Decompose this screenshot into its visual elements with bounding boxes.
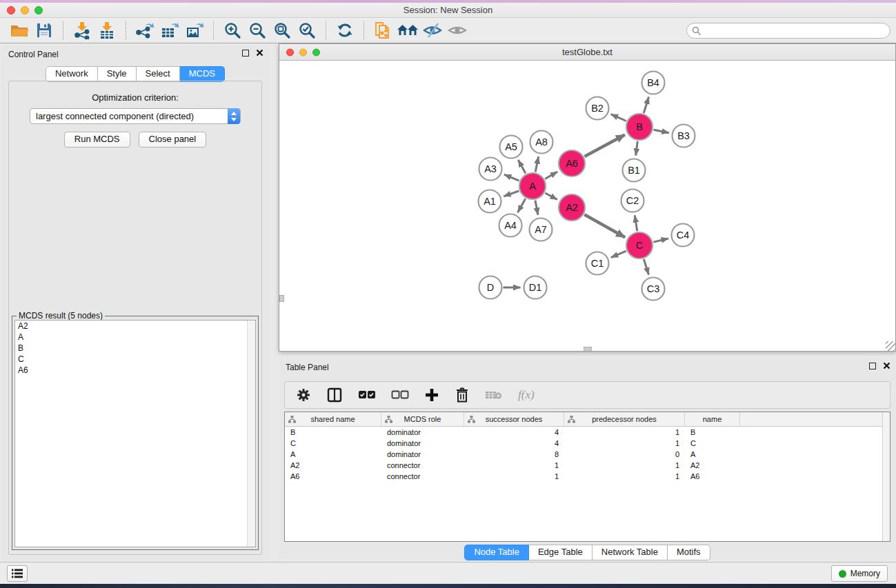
new-network-from-file-button[interactable] — [370, 19, 395, 41]
cell[interactable]: 1 — [464, 471, 564, 482]
cell[interactable]: A6 — [685, 471, 740, 482]
mcds-result-item-b[interactable]: B — [15, 343, 255, 354]
cell[interactable]: 1 — [564, 438, 685, 449]
node-A7[interactable]: A7 — [530, 219, 552, 241]
node-B4[interactable]: B4 — [642, 72, 665, 94]
cell[interactable]: A6 — [285, 471, 381, 482]
network-canvas[interactable]: B4B2BB3A8A5A6A3B1AC2A1A2A4A7C4CC1C3DD1 — [279, 61, 895, 351]
node-C3[interactable]: C3 — [642, 278, 665, 301]
edge-B-B1[interactable] — [636, 141, 638, 156]
node-C[interactable]: C — [626, 232, 653, 258]
criterion-dropdown[interactable]: largest connected component (directed) — [30, 108, 241, 124]
table-scrollbar[interactable] — [882, 412, 890, 541]
node-D1[interactable]: D1 — [524, 276, 547, 299]
cell[interactable]: A2 — [685, 460, 740, 471]
show-columns-button[interactable] — [326, 387, 343, 403]
select-all-button[interactable] — [358, 390, 376, 400]
node-A5[interactable]: A5 — [500, 136, 523, 159]
cell[interactable]: C — [685, 438, 740, 449]
cell[interactable]: 0 — [564, 449, 685, 460]
export-table-button[interactable] — [157, 19, 182, 41]
import-network-button[interactable] — [70, 19, 94, 41]
edge-A-A8[interactable] — [535, 156, 539, 172]
table-row-c[interactable]: Cdominator41C — [285, 438, 890, 449]
tab-motifs[interactable]: Motifs — [668, 545, 710, 560]
edge-B-B3[interactable] — [654, 130, 669, 133]
node-B[interactable]: B — [626, 114, 653, 140]
edge-A-A2[interactable] — [545, 193, 557, 200]
export-image-button[interactable] — [182, 19, 207, 41]
cell[interactable]: A — [285, 449, 381, 460]
column-header-successor-nodes[interactable]: successor nodes — [464, 412, 564, 426]
cell[interactable]: 8 — [464, 449, 564, 460]
table-row-a[interactable]: Adominator80A — [285, 449, 890, 460]
node-B1[interactable]: B1 — [623, 159, 646, 182]
node-C1[interactable]: C1 — [586, 252, 609, 275]
node-C2[interactable]: C2 — [621, 190, 644, 212]
export-network-button[interactable] — [132, 19, 157, 41]
memory-button[interactable]: Memory — [831, 565, 888, 582]
node-C4[interactable]: C4 — [672, 224, 695, 247]
node-A4[interactable]: A4 — [499, 214, 522, 237]
fit-content-button[interactable] — [270, 19, 295, 41]
edge-B-B4[interactable] — [644, 97, 648, 113]
column-header-shared-name[interactable]: shared name — [285, 412, 381, 426]
cell[interactable]: connector — [381, 471, 464, 482]
tab-network[interactable]: Network — [46, 66, 98, 82]
table-row-a6[interactable]: A6connector11A6 — [285, 471, 890, 482]
delete-button[interactable] — [455, 387, 470, 403]
node-A2[interactable]: A2 — [559, 194, 585, 221]
mcds-result-item-a[interactable]: A — [15, 332, 255, 343]
edge-A2-C[interactable] — [584, 214, 625, 237]
edge-A-A5[interactable] — [518, 160, 526, 174]
cell[interactable]: 1 — [464, 460, 564, 471]
search-input[interactable] — [686, 23, 890, 39]
edge-B-B2[interactable] — [611, 114, 626, 121]
mcds-list-scrollbar[interactable] — [247, 321, 255, 547]
edge-A-A3[interactable] — [504, 174, 519, 181]
zoom-in-button[interactable] — [220, 19, 245, 41]
open-session-button[interactable] — [7, 19, 32, 41]
cell[interactable]: 1 — [564, 471, 685, 482]
edge-C-C1[interactable] — [611, 251, 626, 257]
node-B3[interactable]: B3 — [673, 125, 695, 148]
close-panel-icon[interactable] — [883, 362, 890, 369]
table-row-b[interactable]: Bdominator41B — [285, 427, 890, 438]
edge-C-C4[interactable] — [653, 239, 668, 242]
cell[interactable]: 4 — [464, 438, 564, 449]
edge-A6-B[interactable] — [584, 134, 624, 156]
edge-A-A6[interactable] — [545, 172, 557, 179]
cell[interactable]: 1 — [564, 427, 685, 438]
mcds-result-item-a6[interactable]: A6 — [15, 365, 255, 376]
add-row-button[interactable] — [424, 387, 439, 403]
mcds-result-item-c[interactable]: C — [15, 354, 255, 365]
cell[interactable]: A — [685, 449, 740, 460]
destroy-table-button[interactable] — [485, 389, 503, 401]
table-settings-button[interactable] — [296, 387, 311, 403]
zoom-out-button[interactable] — [245, 19, 270, 41]
column-header-predecessor-nodes[interactable]: predecessor nodes — [564, 412, 685, 426]
node-A8[interactable]: A8 — [530, 131, 553, 154]
window-resize-grip[interactable] — [886, 341, 895, 351]
save-session-button[interactable] — [32, 19, 57, 41]
column-header-MCDS-role[interactable]: MCDS role — [381, 412, 464, 426]
cell[interactable]: B — [685, 427, 740, 438]
show-all-button[interactable] — [445, 19, 470, 41]
column-header-name[interactable]: name — [685, 412, 740, 426]
hide-selected-button[interactable] — [420, 19, 445, 41]
float-panel-icon[interactable] — [869, 363, 876, 369]
close-panel-button[interactable]: Close panel — [139, 132, 207, 148]
cell[interactable]: connector — [381, 460, 464, 471]
import-table-button[interactable] — [94, 19, 119, 41]
tab-select[interactable]: Select — [137, 66, 180, 82]
cell[interactable]: C — [285, 438, 381, 449]
edge-A-A7[interactable] — [535, 201, 538, 215]
cell[interactable]: A2 — [285, 460, 381, 471]
cell[interactable]: 1 — [564, 460, 685, 471]
node-D[interactable]: D — [479, 276, 502, 299]
node-A1[interactable]: A1 — [479, 190, 501, 213]
edge-C-C2[interactable] — [635, 215, 637, 231]
tab-mcds[interactable]: MCDS — [180, 66, 225, 82]
node-A6[interactable]: A6 — [559, 150, 585, 176]
cell[interactable]: dominator — [381, 449, 464, 460]
